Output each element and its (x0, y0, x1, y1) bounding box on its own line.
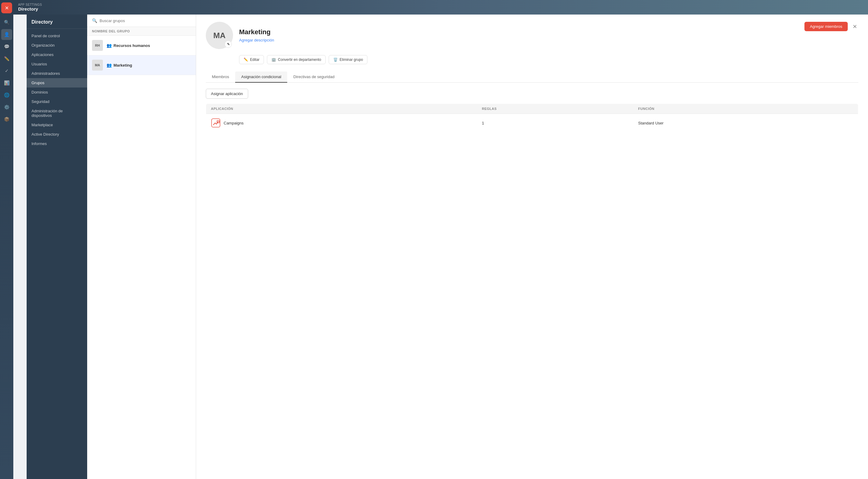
nav-icon-settings[interactable]: ⚙️ (1, 102, 12, 113)
table-header-row: APLICACIÓN REGLAS FUNCIÓN (206, 104, 858, 114)
sidebar-title: Directory (27, 19, 87, 29)
nav-icon-chart[interactable]: 📊 (1, 78, 12, 88)
add-description-link[interactable]: Agregar descripción (239, 38, 274, 42)
action-buttons: ✏️ Editar 🏢 Convertir en departamento 🗑️… (206, 55, 858, 64)
trash-icon: 🗑️ (333, 58, 338, 62)
group-type-icon-ma: 👥 (106, 63, 112, 67)
search-icon: 🔍 (92, 18, 97, 23)
edit-button[interactable]: ✏️ Editar (239, 55, 264, 64)
cell-rules: 1 (477, 114, 633, 132)
tabs: Miembros Asignación condicional Directiv… (206, 71, 858, 83)
tab-conditional[interactable]: Asignación condicional (235, 71, 287, 83)
group-row-rh[interactable]: RH 👥 Recursos humanos (87, 36, 196, 55)
icon-rail: ✕ 🔍 👤 💬 ✏️ ✓ 📊 🌐 ⚙️ 📦 (0, 0, 13, 479)
assign-application-button[interactable]: Asignar aplicación (206, 89, 248, 99)
avatar-edit-button[interactable]: ✎ (224, 40, 232, 48)
sidebar-item-active-directory[interactable]: Active Directory (27, 129, 87, 139)
detail-header-right: Agregar miembros ✕ (804, 22, 858, 31)
search-bar: 🔍 (87, 14, 196, 27)
top-bar-subtitle: App Settings (18, 3, 42, 6)
nav-icon-globe[interactable]: 🌐 (1, 90, 12, 100)
group-name-rh: 👥 Recursos humanos (106, 43, 150, 48)
groups-panel: 🔍 NOMBRE DEL GRUPO RH 👥 Recursos humanos… (87, 14, 196, 479)
sidebar-item-grupos[interactable]: Grupos (27, 78, 87, 88)
sidebar-item-administradores[interactable]: Administradores (27, 69, 87, 78)
top-bar-title-group: App Settings Directory (18, 3, 42, 11)
table-row[interactable]: Campaigns 1 Standard User (206, 114, 858, 132)
detail-header: MA ✎ Marketing Agregar descripción Agreg… (206, 22, 858, 49)
group-title-section: Marketing Agregar descripción (239, 28, 274, 43)
group-avatar-ma: MA (92, 60, 103, 70)
group-name-ma: 👥 Marketing (106, 63, 132, 67)
detail-header-left: MA ✎ Marketing Agregar descripción (206, 22, 274, 49)
nav-icon-search[interactable]: 🔍 (1, 17, 12, 28)
groups-column-header: NOMBRE DEL GRUPO (87, 27, 196, 36)
top-bar: App Settings Directory (13, 0, 868, 14)
add-members-button[interactable]: Agregar miembros (804, 22, 848, 31)
sidebar-item-marketplace[interactable]: Marketplace (27, 120, 87, 129)
nav-icon-box[interactable]: 📦 (1, 114, 12, 125)
sidebar-item-admin-dispositivos[interactable]: Administración de dispositivos (27, 106, 87, 120)
group-row-ma[interactable]: MA 👥 Marketing (87, 55, 196, 75)
nav-icon-directory[interactable]: 👤 (1, 29, 12, 40)
nav-icon-check[interactable]: ✓ (1, 65, 12, 76)
close-icon[interactable]: ✕ (1, 2, 12, 13)
col-header-function: FUNCIÓN (633, 104, 858, 114)
col-header-rules: REGLAS (477, 104, 633, 114)
nav-icon-chat[interactable]: 💬 (1, 41, 12, 52)
group-avatar-rh: RH (92, 40, 103, 51)
close-detail-button[interactable]: ✕ (851, 22, 858, 31)
group-type-icon-rh: 👥 (106, 43, 112, 48)
detail-panel: MA ✎ Marketing Agregar descripción Agreg… (196, 14, 868, 479)
nav-icon-edit[interactable]: ✏️ (1, 53, 12, 64)
app-cell: Campaigns (211, 118, 472, 128)
assignments-table: APLICACIÓN REGLAS FUNCIÓN (206, 103, 858, 132)
sidebar-item-informes[interactable]: Informes (27, 139, 87, 148)
tab-members[interactable]: Miembros (206, 71, 235, 83)
group-big-avatar: MA ✎ (206, 22, 233, 49)
delete-button[interactable]: 🗑️ Eliminar grupo (329, 55, 367, 64)
sidebar-item-seguridad[interactable]: Seguridad (27, 97, 87, 106)
search-input[interactable] (100, 19, 191, 23)
sidebar-item-aplicaciones[interactable]: Aplicaciones (27, 50, 87, 59)
sidebar-item-panel-control[interactable]: Panel de control (27, 31, 87, 40)
cell-function: Standard User (633, 114, 858, 132)
sidebar-item-usuarios[interactable]: Usuarios (27, 59, 87, 69)
sidebar-nav: Directory Panel de control Organización … (27, 14, 87, 479)
sidebar-item-dominios[interactable]: Dominios (27, 88, 87, 97)
edit-icon: ✏️ (244, 58, 248, 62)
campaigns-app-icon (211, 118, 221, 128)
main-layout: Directory Panel de control Organización … (27, 14, 868, 479)
building-icon: 🏢 (272, 58, 276, 62)
col-header-app: APLICACIÓN (206, 104, 477, 114)
convert-button[interactable]: 🏢 Convertir en departamento (267, 55, 326, 64)
group-title: Marketing (239, 28, 274, 36)
top-bar-main-title: Directory (18, 6, 42, 11)
cell-app: Campaigns (206, 114, 477, 132)
sidebar-item-organizacion[interactable]: Organización (27, 40, 87, 50)
tab-security[interactable]: Directivas de seguridad (287, 71, 340, 83)
